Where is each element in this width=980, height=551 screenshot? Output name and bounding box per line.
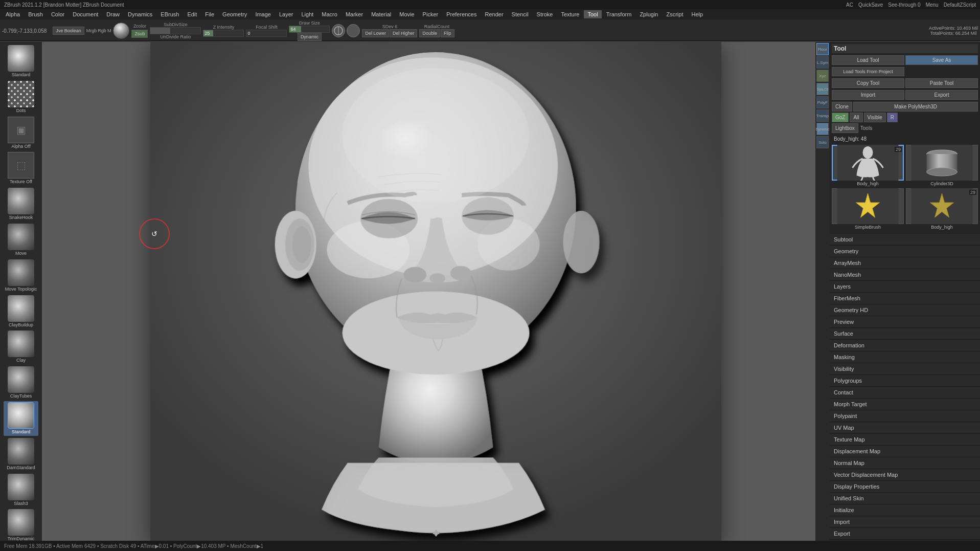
menu-picker[interactable]: Picker — [419, 10, 442, 18]
del-higher-btn[interactable]: Del Higher — [390, 29, 418, 37]
menu-stencil[interactable]: Stencil — [508, 10, 532, 18]
menu-nanomesh[interactable]: NanoMesh — [830, 269, 980, 281]
draw-size-slider[interactable]: 64 — [289, 26, 330, 33]
brush-clay[interactable]: Clay — [4, 329, 38, 364]
sym-icon[interactable] — [332, 24, 345, 37]
visible-btn[interactable]: Visible — [864, 113, 886, 122]
strip-lsym-btn[interactable]: L.Sym — [816, 56, 829, 69]
menu-help[interactable]: Help — [688, 10, 706, 18]
paste-tool-btn[interactable]: Paste Tool — [905, 78, 978, 88]
import-btn[interactable]: Import — [832, 90, 904, 100]
strip-xyz-btn[interactable]: Xyz — [816, 70, 829, 82]
menu-preview[interactable]: Preview — [830, 316, 980, 328]
menu-alpha[interactable]: Alpha — [2, 10, 24, 18]
brush-slash3[interactable]: Slash3 — [4, 473, 38, 508]
menu-render[interactable]: Render — [481, 10, 507, 18]
menu-polygroups[interactable]: Polygroups — [830, 375, 980, 387]
menu-displacement-map[interactable]: Displacement Map — [830, 446, 980, 457]
menu-import-bottom[interactable]: Import — [830, 516, 980, 528]
brush-move[interactable]: Move — [4, 223, 38, 257]
menu-material[interactable]: Material — [368, 10, 395, 18]
goz-btn[interactable]: GoZ — [832, 113, 849, 122]
menu-brush[interactable]: Brush — [25, 10, 47, 18]
menu-layers[interactable]: Layers — [830, 281, 980, 293]
menu-image[interactable]: Image — [252, 10, 275, 18]
color-swatch[interactable] — [113, 23, 129, 39]
export-btn[interactable]: Export — [905, 90, 978, 100]
strip-fill-btn[interactable]: Spa,Cll — [816, 83, 829, 95]
menu-movie[interactable]: Movie — [396, 10, 418, 18]
quicksave-label[interactable]: QuickSave — [858, 2, 883, 8]
strip-floor-btn[interactable]: Floor — [816, 43, 829, 55]
sym2-icon[interactable] — [347, 24, 360, 37]
strip-polyf-btn[interactable]: PolyF — [816, 96, 829, 108]
menu-normal-map[interactable]: Normal Map — [830, 457, 980, 469]
menu-export-bottom[interactable]: Export — [830, 528, 980, 540]
strip-solo-btn[interactable]: Solo — [816, 136, 829, 148]
brush-standard-top[interactable]: Standard — [4, 44, 38, 79]
zsub-btn[interactable]: Zsub — [131, 30, 148, 38]
menu-initialize[interactable]: Initialize — [830, 504, 980, 516]
mesh-cylinder3d[interactable]: Cylinder3D — [906, 145, 978, 186]
menu-texture[interactable]: Texture — [557, 10, 583, 18]
alpha-off-panel[interactable]: ▣ Alpha Off — [4, 116, 38, 150]
default-script-label[interactable]: DefaultZScript — [944, 2, 976, 8]
menu-ebrush[interactable]: EBrush — [157, 10, 183, 18]
menu-deformation[interactable]: Deformation — [830, 340, 980, 351]
menu-visibility[interactable]: Visibility — [830, 363, 980, 375]
menu-layer[interactable]: Layer — [276, 10, 297, 18]
see-through-label[interactable]: See-through 0 — [888, 2, 920, 8]
menu-draw[interactable]: Draw — [103, 10, 123, 18]
load-tool-btn[interactable]: Load Tool — [832, 55, 904, 65]
save-as-btn[interactable]: Save As — [905, 55, 978, 65]
copy-tool-btn[interactable]: Copy Tool — [832, 78, 904, 88]
canvas-viewport[interactable]: ↺ — [42, 42, 830, 541]
menu-geometry[interactable]: Geometry — [219, 10, 250, 18]
load-tools-project-btn[interactable]: Load Tools From Project — [832, 67, 904, 76]
menu-preferences[interactable]: Preferences — [443, 10, 480, 18]
dynamic-btn[interactable]: Dynamic — [298, 33, 322, 41]
make-polymesh-btn[interactable]: Make PolyMesh3D — [853, 102, 978, 112]
menu-polypaint[interactable]: Polypaint — [830, 410, 980, 422]
lightbox-btn[interactable]: Lightbox — [832, 123, 858, 133]
clone-btn[interactable]: Clone — [832, 102, 852, 112]
r-btn[interactable]: R — [887, 113, 898, 122]
menu-zscript[interactable]: Zscript — [663, 10, 687, 18]
menu-transform[interactable]: Transform — [603, 10, 635, 18]
texture-off-panel[interactable]: ⬚ Texture Off — [4, 151, 38, 186]
brush-dots[interactable]: Dots — [4, 80, 38, 115]
menu-edit[interactable]: Edit — [184, 10, 200, 18]
menu-tool[interactable]: Tool — [584, 10, 601, 18]
brush-clay-tubes[interactable]: ClayTubes — [4, 365, 38, 400]
jve-boolean-btn[interactable]: Jve Boolean — [53, 27, 84, 35]
z-intensity-slider[interactable]: 25 — [203, 30, 244, 37]
mesh-body-high-2[interactable]: 29 Body_high — [906, 188, 978, 230]
menu-marker[interactable]: Marker — [342, 10, 367, 18]
menu-surface[interactable]: Surface — [830, 328, 980, 340]
menu-display-properties[interactable]: Display Properties — [830, 481, 980, 493]
menu-label[interactable]: Menu — [926, 2, 939, 8]
menu-texture-map[interactable]: Texture Map — [830, 434, 980, 446]
focal-shift-slider[interactable]: 0 — [246, 30, 287, 37]
menu-color[interactable]: Color — [48, 10, 68, 18]
mesh-simple-brush[interactable]: SimpleBrush — [832, 188, 904, 230]
brush-dam-standard[interactable]: DamStandard — [4, 437, 38, 472]
menu-contact[interactable]: Contact — [830, 387, 980, 399]
menu-unified-skin[interactable]: Unified Skin — [830, 493, 980, 504]
del-lower-btn[interactable]: Del Lower — [362, 29, 389, 37]
menu-macro[interactable]: Macro — [318, 10, 341, 18]
strip-transp-btn[interactable]: Transp — [816, 109, 829, 122]
menu-morph-target[interactable]: Morph Target — [830, 399, 980, 410]
brush-standard-selected[interactable]: Standard — [4, 401, 38, 436]
strip-dynamic-btn[interactable]: Dynamic — [816, 123, 829, 135]
menu-light[interactable]: Light — [298, 10, 317, 18]
brush-trim-dynamic[interactable]: TrimDynamic — [4, 508, 38, 541]
flip-btn[interactable]: Flip — [441, 29, 454, 37]
brush-snakehook[interactable]: SnakeHook — [4, 187, 38, 222]
menu-fibermesh[interactable]: FiberMesh — [830, 293, 980, 304]
subdiv-slider[interactable] — [150, 27, 201, 34]
mesh-body-high[interactable]: 29 Body_high — [832, 145, 904, 186]
menu-geometry[interactable]: Geometry — [830, 246, 980, 257]
brush-clay-buildup[interactable]: ClayBuildup — [4, 294, 38, 329]
menu-document[interactable]: Document — [69, 10, 102, 18]
